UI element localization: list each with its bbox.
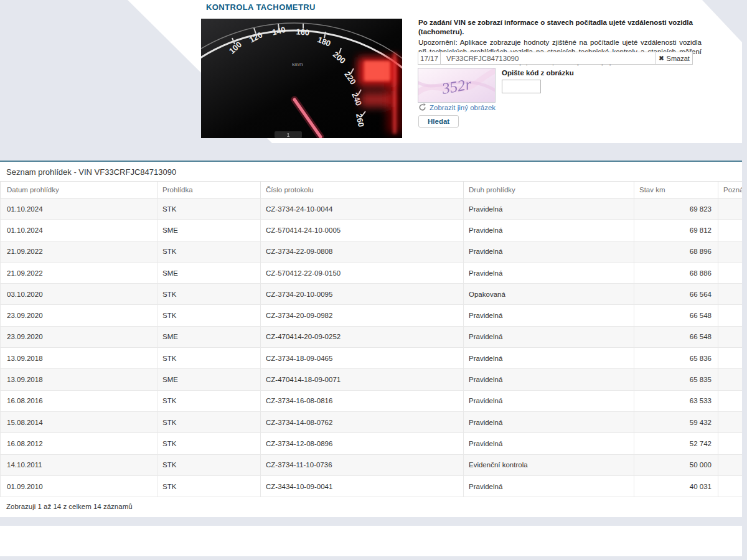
results-title: Seznam prohlídek - VIN VF33CRFJC84713090 — [0, 162, 747, 181]
clear-button[interactable]: ✖ Smazat — [656, 52, 693, 65]
table-row: 23.09.2020 SME CZ-470414-20-09-0252 Prav… — [1, 326, 747, 347]
captcha-input[interactable] — [502, 80, 541, 93]
intro-lead: Po zadání VIN se zobrazí informace o sta… — [418, 18, 702, 37]
tachometer-image: 100 120 140 160 180 200 220 240 260 km/h — [201, 19, 402, 138]
column-header: Číslo protokolu — [261, 182, 464, 198]
cell-protocol-number: CZ-3734-22-09-0808 — [261, 241, 464, 262]
cell-odometer-km: 65 836 — [634, 348, 718, 369]
cell-inspection-type: STK — [157, 454, 261, 475]
cell-date: 01.10.2024 — [1, 198, 157, 220]
cell-inspection-type: STK — [157, 475, 261, 497]
cell-odometer-km: 69 823 — [634, 198, 718, 220]
cell-odometer-km: 68 896 — [634, 241, 718, 262]
tachometer-graphic: 100 120 140 160 180 200 220 240 260 km/h — [201, 19, 402, 138]
cell-inspection-type: STK — [157, 284, 261, 305]
cell-date: 14.10.2011 — [1, 454, 157, 475]
cell-protocol-number: CZ-470414-20-09-0252 — [261, 326, 464, 347]
cell-protocol-number: CZ-3734-20-10-0095 — [261, 284, 464, 305]
cell-date: 01.10.2024 — [1, 220, 157, 241]
clear-x-icon: ✖ — [659, 55, 664, 62]
cell-odometer-km: 50 000 — [634, 454, 718, 475]
table-row: 23.09.2020 STK CZ-3734-20-09-0982 Pravid… — [1, 305, 747, 326]
cell-date: 13.09.2018 — [1, 348, 157, 369]
results-panel: Seznam prohlídek - VIN VF33CRFJC84713090… — [0, 161, 747, 516]
table-row: 21.09.2022 SME CZ-570412-22-09-0150 Prav… — [1, 262, 747, 283]
cell-date: 21.09.2022 — [1, 241, 157, 262]
cell-inspection-type: STK — [157, 390, 261, 411]
cell-date: 16.08.2016 — [1, 390, 157, 411]
column-header: Datum prohlídky — [1, 182, 157, 198]
cell-odometer-km: 69 812 — [634, 220, 718, 241]
captcha-image: 352r — [418, 68, 496, 103]
cell-inspection-kind: Pravidelná — [464, 390, 634, 411]
cell-protocol-number: CZ-3734-12-08-0896 — [261, 433, 464, 454]
table-row: 01.10.2024 SME CZ-570414-24-10-0005 Prav… — [1, 220, 747, 241]
table-row: 03.10.2020 STK CZ-3734-20-10-0095 Opakov… — [1, 284, 747, 305]
cell-date: 13.09.2018 — [1, 369, 157, 390]
cell-inspection-kind: Pravidelná — [464, 433, 634, 454]
cell-inspection-kind: Pravidelná — [464, 326, 634, 347]
cell-inspection-kind: Pravidelná — [464, 305, 634, 326]
cell-date: 15.08.2014 — [1, 411, 157, 432]
cell-protocol-number: CZ-3734-11-10-0736 — [261, 454, 464, 475]
cell-inspection-type: SME — [157, 326, 261, 347]
cell-inspection-kind: Pravidelná — [464, 348, 634, 369]
dial-number: 160 — [296, 27, 310, 37]
cell-odometer-km: 59 432 — [634, 411, 718, 432]
table-row: 13.09.2018 SME CZ-470414-18-09-0071 Prav… — [1, 369, 747, 390]
cell-date: 21.09.2022 — [1, 262, 157, 283]
table-row: 01.10.2024 STK CZ-3734-24-10-0044 Pravid… — [1, 198, 747, 220]
table-row: 13.09.2018 STK CZ-3734-18-09-0465 Pravid… — [1, 348, 747, 369]
cell-protocol-number: CZ-470414-18-09-0071 — [261, 369, 464, 390]
refresh-captcha-link[interactable]: Zobrazit jiný obrázek — [430, 104, 496, 111]
cell-protocol-number: CZ-570412-22-09-0150 — [261, 262, 464, 283]
captcha-refresh-row: Zobrazit jiný obrázek — [418, 103, 496, 111]
cell-inspection-type: STK — [157, 348, 261, 369]
cell-odometer-km: 68 886 — [634, 262, 718, 283]
separator-band-top — [0, 143, 747, 161]
cell-inspection-kind: Pravidelná — [464, 262, 634, 283]
cell-inspection-kind: Evidenční kontrola — [464, 454, 634, 475]
page: KONTROLA TACHOMETRU — [0, 0, 747, 560]
dial-unit-label: km/h — [292, 62, 303, 67]
search-button[interactable]: Hledat — [418, 115, 459, 128]
table-row: 01.09.2010 STK CZ-3434-10-09-0041 Pravid… — [1, 475, 747, 497]
cell-inspection-kind: Pravidelná — [464, 475, 634, 497]
cell-protocol-number: CZ-3434-10-09-0041 — [261, 475, 464, 497]
column-header: Druh prohlídky — [464, 182, 634, 198]
cell-protocol-number: CZ-3734-20-09-0982 — [261, 305, 464, 326]
cell-inspection-type: STK — [157, 411, 261, 432]
cell-inspection-kind: Pravidelná — [464, 241, 634, 262]
cell-date: 23.09.2020 — [1, 326, 157, 347]
vin-input[interactable] — [441, 52, 656, 65]
cell-odometer-km: 66 548 — [634, 326, 718, 347]
svg-text:1: 1 — [286, 132, 289, 138]
vin-input-group: 17/17 ✖ Smazat — [418, 52, 693, 65]
cell-date: 01.09.2010 — [1, 475, 157, 497]
cell-protocol-number: CZ-3734-14-08-0762 — [261, 411, 464, 432]
cell-odometer-km: 63 533 — [634, 390, 718, 411]
header-diagonal-right — [702, 0, 742, 42]
cell-inspection-type: STK — [157, 305, 261, 326]
cell-odometer-km: 66 564 — [634, 284, 718, 305]
cell-inspection-type: SME — [157, 369, 261, 390]
separator-band-bottom — [0, 517, 747, 526]
cell-inspection-type: SME — [157, 220, 261, 241]
refresh-icon[interactable] — [418, 103, 426, 111]
cell-protocol-number: CZ-3734-24-10-0044 — [261, 198, 464, 220]
cell-inspection-kind: Pravidelná — [464, 369, 634, 390]
cell-date: 16.08.2012 — [1, 433, 157, 454]
cell-inspection-type: STK — [157, 198, 261, 220]
column-header: Prohlídka — [157, 182, 261, 198]
cell-inspection-type: STK — [157, 433, 261, 454]
captcha-label: Opište kód z obrázku — [502, 69, 574, 77]
cell-odometer-km: 40 031 — [634, 475, 718, 497]
table-header-row: Datum prohlídkyProhlídkaČíslo protokoluD… — [1, 182, 747, 198]
table-row: 16.08.2016 STK CZ-3734-16-08-0816 Pravid… — [1, 390, 747, 411]
inspection-table: Datum prohlídkyProhlídkaČíslo protokoluD… — [0, 181, 747, 497]
cell-odometer-km: 66 548 — [634, 305, 718, 326]
cell-inspection-kind: Pravidelná — [464, 411, 634, 432]
results-count-text: Zobrazuji 1 až 14 z celkem 14 záznamů — [0, 497, 747, 516]
cell-inspection-kind: Pravidelná — [464, 220, 634, 241]
cell-date: 23.09.2020 — [1, 305, 157, 326]
